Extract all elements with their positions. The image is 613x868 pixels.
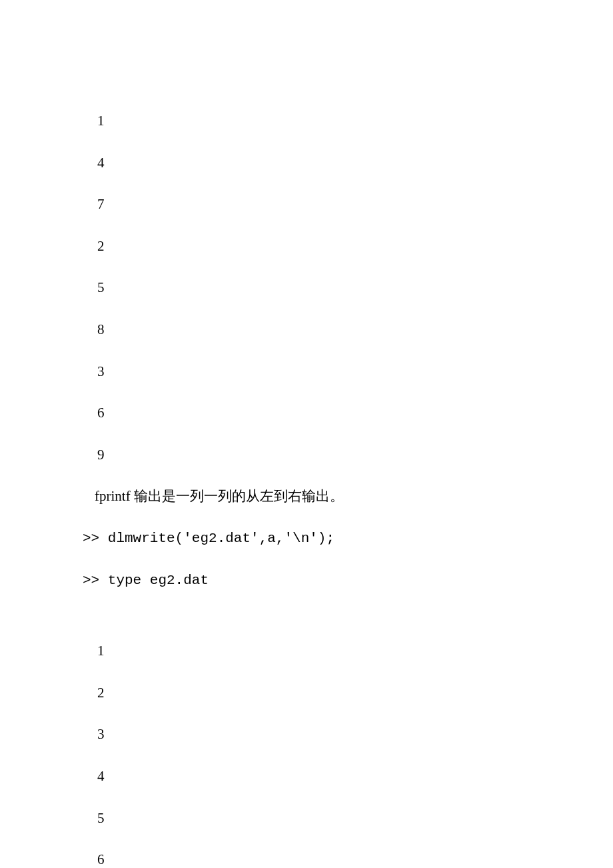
output-value: 1: [97, 110, 613, 133]
output-value: 7: [97, 193, 613, 216]
spacer: [97, 611, 613, 640]
matlab-command: >> type eg2.dat: [83, 569, 613, 592]
output-value: 6: [97, 402, 613, 425]
output-value: 6: [97, 849, 613, 868]
matlab-command: >> dlmwrite('eg2.dat',a,'\n');: [83, 527, 613, 550]
comment-text: fprintf 输出是一列一列的从左到右输出。: [95, 485, 613, 508]
output-value: 8: [97, 319, 613, 341]
output-value: 3: [97, 723, 613, 746]
output-value: 2: [97, 235, 613, 258]
output-value: 1: [97, 640, 613, 663]
output-value: 2: [97, 682, 613, 705]
output-value: 4: [97, 152, 613, 175]
output-value: 3: [97, 361, 613, 383]
output-value: 9: [97, 444, 613, 467]
output-value: 4: [97, 765, 613, 788]
output-value: 5: [97, 807, 613, 830]
output-value: 5: [97, 277, 613, 299]
